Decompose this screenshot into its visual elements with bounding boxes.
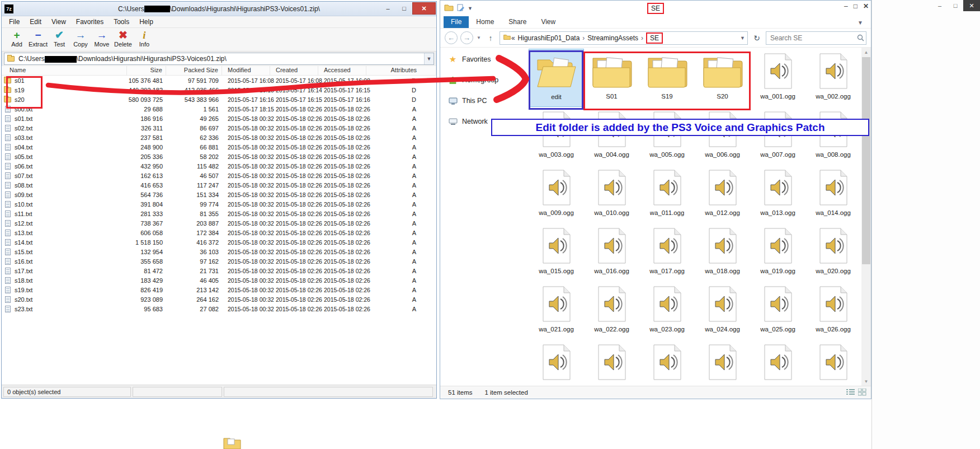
audio-file-item-wa_016.ogg[interactable]: wa_016.ogg <box>584 223 639 282</box>
archive-row-s07.txt[interactable]: s07.txt162 61346 5072015-05-18 00:322015… <box>2 171 436 180</box>
audio-file-item[interactable] <box>529 340 584 386</box>
refresh-button[interactable]: ↻ <box>751 32 763 44</box>
audio-file-item-wa_004.ogg[interactable]: wa_004.ogg <box>584 107 639 165</box>
breadcrumb-bar[interactable]: «HigurashiEp01_Data›StreamingAssets›SE ▼ <box>500 31 748 45</box>
taskbar-folder-icon[interactable] <box>223 436 241 449</box>
audio-file-item-wa_008.ogg[interactable]: wa_008.ogg <box>805 107 861 165</box>
audio-file-item[interactable] <box>805 340 861 386</box>
audio-file-item-wa_006.ogg[interactable]: wa_006.ogg <box>695 107 750 165</box>
address-dropdown-button[interactable]: ▼ <box>424 53 434 64</box>
history-dropdown-chevron[interactable]: ▼ <box>476 35 482 40</box>
audio-file-item-wa_013.ogg[interactable]: wa_013.ogg <box>750 165 805 223</box>
breadcrumb-overflow-chevron[interactable]: « <box>511 34 515 42</box>
archive-row-s10.txt[interactable]: s10.txt391 80499 7742015-05-18 00:322015… <box>2 199 436 209</box>
bg-close-button[interactable]: ✕ <box>963 0 980 11</box>
archive-row-s19[interactable]: s19449 392 182412 036 4662015-05-17 16:1… <box>2 85 436 95</box>
audio-file-item-wa_022.ogg[interactable]: wa_022.ogg <box>584 282 639 340</box>
menu-item-tools[interactable]: Tools <box>109 17 134 27</box>
breadcrumb-item-higurashiep01_data[interactable]: HigurashiEp01_Data <box>518 34 580 42</box>
column-header-modified[interactable]: Modified <box>222 66 270 75</box>
scrollbar-thumb[interactable] <box>862 57 870 264</box>
minimize-icon[interactable]: – <box>844 2 848 10</box>
column-header-created[interactable]: Created <box>270 66 318 75</box>
audio-file-item-wa_025.ogg[interactable]: wa_025.ogg <box>750 282 805 340</box>
column-header-accessed[interactable]: Accessed <box>318 66 366 75</box>
menu-item-file[interactable]: File <box>4 17 25 27</box>
menu-item-view[interactable]: View <box>46 17 71 27</box>
toolbar-add-button[interactable]: +Add <box>6 28 27 51</box>
sidebar-item-this-pc[interactable]: This PC <box>440 93 525 108</box>
archive-row-s11.txt[interactable]: s11.txt281 33381 3552015-05-18 00:322015… <box>2 209 436 218</box>
audio-file-item-wa_020.ogg[interactable]: wa_020.ogg <box>805 223 861 282</box>
breadcrumb-item-streamingassets[interactable]: StreamingAssets <box>587 34 638 42</box>
explorer-titlebar[interactable]: ▼ SE – □ ✕ <box>440 1 871 16</box>
ribbon-tab-home[interactable]: Home <box>469 16 501 28</box>
archive-row-s14.txt[interactable]: s14.txt1 518 150416 3722015-05-18 00:322… <box>2 237 436 247</box>
audio-file-item-wa_026.ogg[interactable]: wa_026.ogg <box>805 282 861 340</box>
audio-file-item-wa_021.ogg[interactable]: wa_021.ogg <box>529 282 584 340</box>
archive-row-s04.txt[interactable]: s04.txt248 90066 8812015-05-18 00:322015… <box>2 142 436 152</box>
archive-row-s17.txt[interactable]: s17.txt81 47221 7312015-05-18 00:322015-… <box>2 266 436 275</box>
archive-row-s02.txt[interactable]: s02.txt326 31186 6972015-05-18 00:322015… <box>2 123 436 133</box>
toolbar-move-button[interactable]: →Move <box>91 28 112 51</box>
ribbon-tab-file[interactable]: File <box>444 16 469 28</box>
archive-row-s06.txt[interactable]: s06.txt432 950115 4822015-05-18 00:32201… <box>2 161 436 171</box>
audio-file-item[interactable] <box>639 340 695 386</box>
audio-file-item-wa_024.ogg[interactable]: wa_024.ogg <box>695 282 750 340</box>
archive-row-s03.txt[interactable]: s03.txt237 58162 3362015-05-18 00:322015… <box>2 133 436 142</box>
audio-file-item-wa_005.ogg[interactable]: wa_005.ogg <box>639 107 695 165</box>
minimize-button[interactable]: – <box>380 2 396 15</box>
scroll-up-icon[interactable]: ▲ <box>861 48 871 57</box>
archive-row-s20.txt[interactable]: s20.txt923 089264 1622015-05-18 00:32201… <box>2 294 436 304</box>
sidebar-item-homegroup[interactable]: Homegroup <box>440 73 525 87</box>
ribbon-tab-share[interactable]: Share <box>501 16 534 28</box>
scroll-down-icon[interactable]: ▼ <box>861 377 871 386</box>
audio-file-item-wa_015.ogg[interactable]: wa_015.ogg <box>529 223 584 282</box>
menu-item-edit[interactable]: Edit <box>25 17 46 27</box>
toolbar-extract-button[interactable]: −Extract <box>27 28 49 51</box>
address-dropdown-chevron[interactable]: ▼ <box>740 35 745 41</box>
ribbon-tab-view[interactable]: View <box>534 16 563 28</box>
close-icon[interactable]: ✕ <box>863 2 869 10</box>
breadcrumb-item-se[interactable]: SE <box>646 32 663 44</box>
thumbnail-view-icon[interactable] <box>858 389 866 397</box>
toolbar-delete-button[interactable]: ✖Delete <box>112 28 134 51</box>
bg-maximize-button[interactable]: □ <box>948 0 963 11</box>
archive-row-s19.txt[interactable]: s19.txt826 419213 1422015-05-18 00:32201… <box>2 285 436 294</box>
sidebar-item-favorites[interactable]: ★Favorites <box>440 52 525 67</box>
audio-file-item-wa_014.ogg[interactable]: wa_014.ogg <box>805 165 861 223</box>
audio-file-item-wa_011.ogg[interactable]: wa_011.ogg <box>639 165 695 223</box>
maximize-icon[interactable]: □ <box>854 2 858 10</box>
address-bar[interactable]: C:\Users\Downloads\Higurashi\HigurashiPS… <box>4 53 434 65</box>
details-view-icon[interactable] <box>846 389 855 397</box>
archive-row-s20[interactable]: s20580 093 725543 383 9662015-05-17 16:1… <box>2 95 436 104</box>
audio-file-item-wa_007.ogg[interactable]: wa_007.ogg <box>750 107 805 165</box>
maximize-button[interactable]: □ <box>396 2 412 15</box>
column-header-packed-size[interactable]: Packed Size <box>166 66 222 75</box>
audio-file-item[interactable] <box>750 340 805 386</box>
audio-file-item-wa_019.ogg[interactable]: wa_019.ogg <box>750 223 805 282</box>
audio-file-item[interactable] <box>695 340 750 386</box>
archive-row-s01.txt[interactable]: s01.txt186 91649 2652015-05-18 00:322015… <box>2 114 436 123</box>
sevenzip-titlebar[interactable]: 7z C:\Users\Downloads\Higurashi\Higurash… <box>2 2 436 16</box>
menu-item-help[interactable]: Help <box>134 17 158 27</box>
back-button[interactable]: ← <box>445 31 458 44</box>
audio-file-item-wa_012.ogg[interactable]: wa_012.ogg <box>695 165 750 223</box>
archive-row-s05.txt[interactable]: s05.txt205 33658 2022015-05-18 00:322015… <box>2 152 436 161</box>
audio-file-item-wa_009.ogg[interactable]: wa_009.ogg <box>529 165 584 223</box>
menu-item-favorites[interactable]: Favorites <box>71 17 109 27</box>
close-button[interactable]: ✕ <box>412 2 436 15</box>
vertical-scrollbar[interactable]: ▲ ▼ <box>861 48 871 386</box>
archive-row-s15.txt[interactable]: s15.txt132 95436 1032015-05-18 00:322015… <box>2 247 436 256</box>
audio-file-item-wa_001.ogg[interactable]: wa_001.ogg <box>750 49 805 107</box>
forward-button[interactable]: → <box>460 31 473 44</box>
archive-row-s18.txt[interactable]: s18.txt183 42946 4052015-05-18 00:322015… <box>2 275 436 285</box>
audio-file-item-wa_018.ogg[interactable]: wa_018.ogg <box>695 223 750 282</box>
archive-row-s01[interactable]: s01105 376 48197 591 7092015-05-17 16:08… <box>2 76 436 85</box>
bg-minimize-button[interactable]: – <box>932 0 948 11</box>
archive-row-s08.txt[interactable]: s08.txt416 653117 2472015-05-18 00:32201… <box>2 180 436 190</box>
toolbar-info-button[interactable]: iInfo <box>134 28 155 51</box>
up-button[interactable]: ↑ <box>484 32 497 44</box>
audio-file-item-wa_002.ogg[interactable]: wa_002.ogg <box>805 49 861 107</box>
ribbon-expand-chevron-icon[interactable]: ▼ <box>858 20 863 26</box>
